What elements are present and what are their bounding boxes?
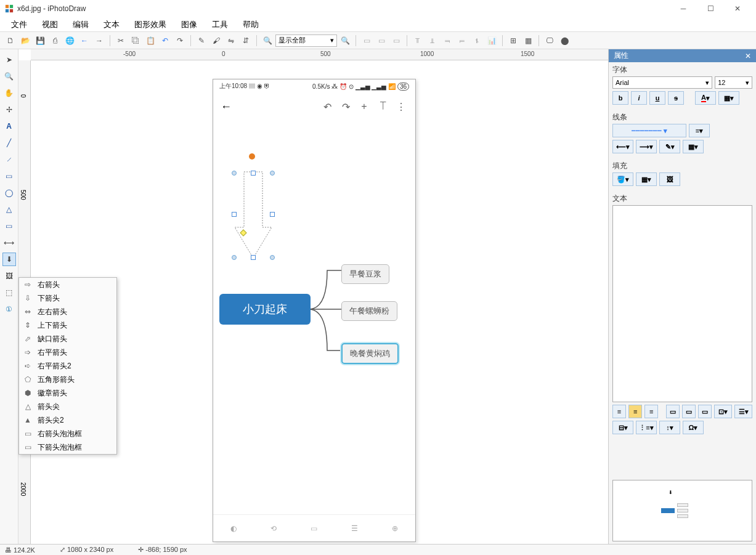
flip-v-icon[interactable]: ⇵ — [239, 34, 253, 47]
close-button[interactable]: ✕ — [724, 0, 751, 17]
arrow-option[interactable]: ⇩下箭头 — [19, 291, 116, 305]
font-size-select[interactable]: 12▾ — [715, 76, 752, 89]
eyedrop-tool[interactable]: ✢ — [2, 103, 16, 116]
chart-icon[interactable]: 📊 — [485, 34, 498, 47]
phone-bottom-icon[interactable]: ◐ — [226, 521, 241, 536]
line-tool[interactable]: ╱ — [2, 136, 16, 150]
ellipse-tool[interactable]: ◯ — [2, 186, 16, 200]
image-tool[interactable]: 🖼 — [2, 269, 16, 283]
phone-back-icon[interactable]: ← — [221, 100, 232, 113]
menu-text[interactable]: 文本 — [97, 17, 126, 32]
monitor-icon[interactable]: 🖵 — [543, 34, 556, 47]
arrow-option[interactable]: ⇔左右箭头 — [19, 305, 116, 318]
pointer-tool[interactable]: ➤ — [2, 53, 16, 67]
cut-icon[interactable]: ✂ — [114, 34, 128, 47]
record-icon[interactable]: ⬤ — [558, 34, 571, 47]
align-right-button[interactable]: ≡ — [644, 405, 658, 418]
arrow-option[interactable]: ⇨右箭头 — [19, 278, 116, 291]
open-icon[interactable]: 📂 — [18, 34, 32, 47]
curve-tool[interactable]: ⟋ — [2, 153, 16, 166]
zoom-tool[interactable]: 🔍 — [2, 70, 16, 83]
fill-color-select[interactable]: 🪣▾ — [612, 172, 633, 186]
omega-select[interactable]: Ω▾ — [683, 421, 704, 434]
menu-help[interactable]: 帮助 — [237, 17, 265, 32]
text-input[interactable] — [612, 205, 752, 402]
font-name-select[interactable]: Arial▾ — [612, 76, 712, 89]
strike-button[interactable]: s — [668, 91, 684, 105]
valign-mid-button[interactable]: ▭ — [682, 405, 696, 418]
line-style-select[interactable]: ┄┄┄┄┄┄┄ ▾ — [612, 124, 686, 137]
arrow-start-select[interactable]: ⟵▾ — [612, 140, 633, 153]
phone-add-icon[interactable]: + — [357, 101, 371, 112]
marker-tool[interactable]: ① — [2, 302, 16, 316]
align-left-icon[interactable]: ⫪ — [411, 34, 425, 47]
arrow-option[interactable]: ▭右箭头泡泡框 — [19, 427, 116, 440]
dimension-tool[interactable]: ⟷ — [2, 236, 16, 249]
font-bg-button[interactable]: ▦▾ — [718, 91, 739, 105]
paste-icon[interactable]: 📋 — [144, 34, 157, 47]
arrow-option[interactable]: ⇕上下箭头 — [19, 318, 116, 332]
forward-icon[interactable]: → — [92, 34, 106, 47]
italic-button[interactable]: i — [631, 91, 647, 105]
bullet-select[interactable]: ⋮≡▾ — [636, 421, 657, 434]
valign-bot-button[interactable]: ▭ — [698, 405, 712, 418]
arrow-option[interactable]: ▲箭头尖2 — [19, 413, 116, 427]
valign-top-button[interactable]: ▭ — [666, 405, 680, 418]
bold-button[interactable]: b — [612, 91, 628, 105]
list-select[interactable]: ☰▾ — [734, 405, 752, 418]
wrap-select[interactable]: ⊡▾ — [714, 405, 732, 418]
phone-more-icon[interactable]: ⋮ — [394, 101, 408, 113]
crop-tool[interactable]: ⬚ — [2, 286, 16, 299]
mindmap-child-1[interactable]: 早餐豆浆 — [341, 264, 389, 284]
arrow-option[interactable]: ➩右平箭头 — [19, 346, 116, 359]
menu-file[interactable]: 文件 — [5, 17, 33, 32]
phone-format-icon[interactable]: ⟙ — [376, 101, 389, 112]
arrow-option[interactable]: ➪右平箭头2 — [19, 359, 116, 373]
arrow-option[interactable]: ▭下箭头泡泡框 — [19, 440, 116, 454]
brush-icon[interactable]: 🖌 — [209, 34, 223, 47]
search-icon[interactable]: 🔍 — [261, 34, 274, 47]
undo-icon[interactable]: ↶ — [158, 34, 172, 47]
font-color-button[interactable]: A▾ — [695, 91, 716, 105]
underline-button[interactable]: u — [649, 91, 665, 105]
menu-effects[interactable]: 图形效果 — [128, 17, 173, 32]
zoom-select[interactable]: 显示全部▾ — [275, 34, 337, 47]
arrow-end-select[interactable]: ⟶▾ — [636, 140, 657, 153]
align-center-icon[interactable]: ⫫ — [426, 34, 439, 47]
phone-redo-icon[interactable]: ↷ — [339, 101, 352, 113]
redo-icon[interactable]: ↷ — [173, 34, 187, 47]
arrow-option[interactable]: △箭头尖 — [19, 400, 116, 413]
mindmap-child-3[interactable]: 晚餐黄焖鸡 — [341, 343, 399, 364]
align-3-icon[interactable]: ▭ — [389, 34, 403, 47]
align-left-button[interactable]: ≡ — [612, 405, 626, 418]
align-1-icon[interactable]: ▭ — [360, 34, 373, 47]
callout-tool[interactable]: ▭ — [2, 219, 16, 233]
flip-h-icon[interactable]: ⇋ — [224, 34, 238, 47]
menu-edit[interactable]: 编辑 — [67, 17, 95, 32]
maximize-button[interactable]: ☐ — [697, 0, 724, 17]
mindmap-root[interactable]: 小刀起床 — [219, 294, 311, 325]
spacing-select[interactable]: ↕▾ — [659, 421, 680, 434]
thumbnail-preview[interactable]: ⬇ — [612, 480, 752, 541]
align-right-icon[interactable]: ⫬ — [441, 34, 454, 47]
selected-arrow-shape[interactable] — [232, 153, 275, 264]
edit-icon[interactable]: ✎ — [195, 34, 208, 47]
phone-bottom-icon[interactable]: ⊕ — [388, 521, 402, 536]
line-color-select[interactable]: ✎▾ — [659, 140, 680, 153]
menu-view[interactable]: 视图 — [36, 17, 64, 32]
fill-pattern-select[interactable]: ▦▾ — [636, 172, 657, 186]
align-center-button[interactable]: ≡ — [628, 405, 642, 418]
minimize-button[interactable]: ─ — [670, 0, 697, 17]
fill-image-select[interactable]: 🖼 — [659, 172, 680, 186]
indent-select[interactable]: ⊟▾ — [612, 421, 633, 434]
zoom-refresh-icon[interactable]: 🔍 — [338, 34, 352, 47]
phone-bottom-icon[interactable]: ⟲ — [266, 521, 281, 536]
grid-icon[interactable]: ⊞ — [506, 34, 520, 47]
print-icon[interactable]: ⎙ — [48, 34, 62, 47]
panel-close-icon[interactable]: ✕ — [745, 52, 751, 60]
dist-v-icon[interactable]: ⫮ — [470, 34, 484, 47]
phone-bottom-icon[interactable]: ☰ — [348, 521, 362, 536]
copy-icon[interactable]: ⿻ — [129, 34, 142, 47]
rect-tool[interactable]: ▭ — [2, 169, 16, 183]
back-icon[interactable]: ← — [78, 34, 91, 47]
